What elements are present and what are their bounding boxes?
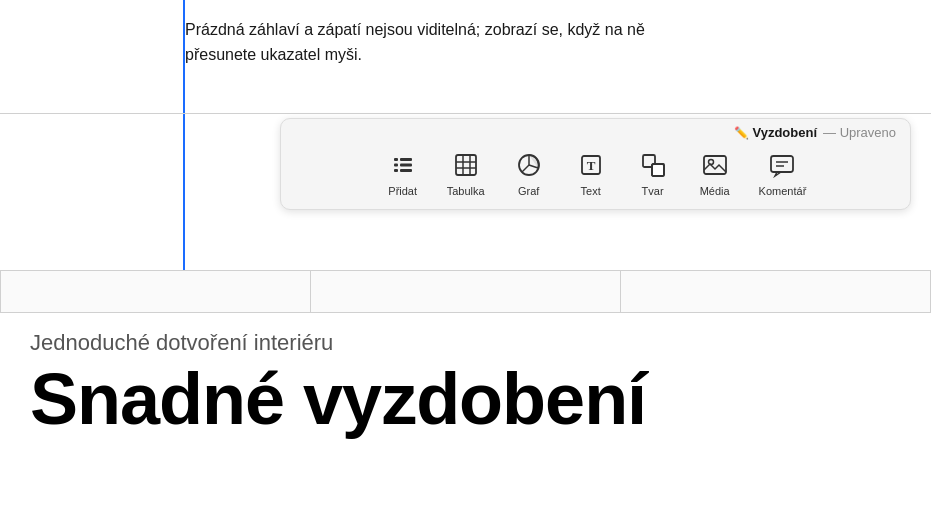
pencil-icon: ✏️ [734,126,748,140]
footer-cell-1 [0,271,311,312]
toolbar-label-text: Text [581,185,601,197]
shape-icon [640,152,666,182]
toolbar-label-graf: Graf [518,185,539,197]
subtitle-text: Jednoduché dotvoření interiéru [30,330,901,356]
toolbar-item-graf[interactable]: Graf [503,148,555,201]
toolbar-label-pridat: Přidat [388,185,417,197]
toolbar-label-komentar: Komentář [759,185,807,197]
toolbar-label-tvar: Tvar [642,185,664,197]
toolbar-item-pridat[interactable]: Přidat [377,148,429,201]
toolbar-item-tabulka[interactable]: Tabulka [439,148,493,201]
footer-cell-2 [311,271,621,312]
table-icon [453,152,479,182]
svg-rect-3 [400,158,412,161]
toolbar-item-text[interactable]: T Text [565,148,617,201]
toolbar-item-media[interactable]: Média [689,148,741,201]
svg-rect-4 [400,164,412,167]
toolbar-header: ✏️ Vyzdobení — Upraveno [295,125,896,144]
toolbar-label-media: Média [700,185,730,197]
svg-rect-6 [456,155,476,175]
svg-rect-15 [652,164,664,176]
toolbar: ✏️ Vyzdobení — Upraveno Přid [280,118,911,210]
svg-rect-17 [704,156,726,174]
footer-grid [0,271,931,313]
svg-rect-2 [394,169,398,172]
toolbar-item-tvar[interactable]: Tvar [627,148,679,201]
svg-rect-1 [394,164,398,167]
toolbar-item-komentar[interactable]: Komentář [751,148,815,201]
footer-cell-3 [621,271,931,312]
svg-rect-5 [400,169,412,172]
list-icon [390,152,416,182]
text-icon: T [578,152,604,182]
toolbar-title-text: Vyzdobení [752,125,817,140]
title-text: Snadné vyzdobení [30,362,901,438]
toolbar-label-tabulka: Tabulka [447,185,485,197]
annotation-area: Prázdná záhlaví a zápatí nejsou viditeln… [0,0,931,68]
comment-icon [769,152,795,182]
toolbar-title: ✏️ Vyzdobení [734,125,817,140]
main-content: Jednoduché dotvoření interiéru Snadné vy… [30,330,901,438]
separator-top [0,113,931,114]
media-icon [702,152,728,182]
toolbar-status: — Upraveno [823,125,896,140]
toolbar-items: Přidat Tabulka [295,144,896,201]
svg-text:T: T [586,158,595,173]
annotation-text: Prázdná záhlaví a zápatí nejsou viditeln… [185,18,705,68]
page-container: Prázdná záhlaví a zápatí nejsou viditeln… [0,0,931,532]
svg-rect-19 [771,156,793,172]
svg-rect-0 [394,158,398,161]
chart-icon [516,152,542,182]
